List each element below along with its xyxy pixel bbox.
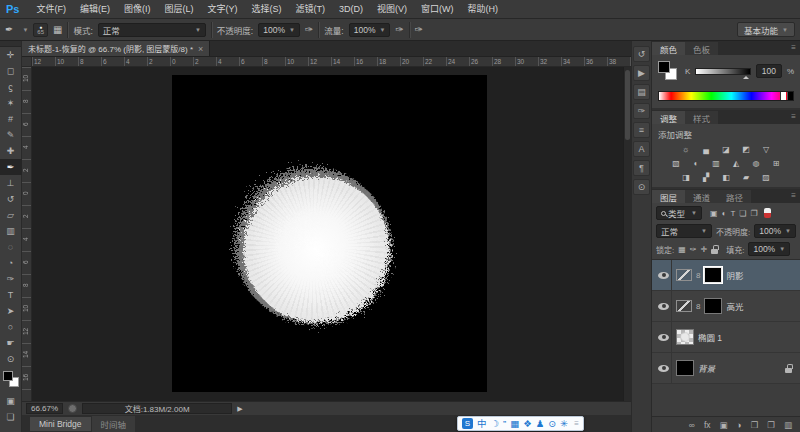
vertical-scrollbar[interactable]	[623, 67, 631, 401]
foreground-color-swatch[interactable]	[658, 61, 670, 73]
menu-item[interactable]: 图像(I)	[117, 0, 158, 19]
visibility-toggle[interactable]	[656, 353, 672, 383]
brightness-contrast-icon[interactable]: ☼	[678, 143, 694, 155]
clone-source-panel-icon[interactable]: ⊙	[633, 179, 650, 195]
color-swatch-pair[interactable]	[658, 61, 680, 81]
menu-item[interactable]: 滤镜(T)	[288, 0, 332, 19]
tab-swatches[interactable]: 色板	[685, 42, 718, 55]
layer-mask-thumbnail[interactable]	[704, 298, 722, 314]
tab-timeline[interactable]: 时间轴	[92, 416, 136, 432]
ime-punct-toggle-icon[interactable]: ”	[503, 419, 506, 429]
layer-opacity-select[interactable]: 100% ▼	[754, 224, 796, 238]
visibility-toggle[interactable]	[656, 322, 672, 352]
layer-name[interactable]: 背景	[698, 362, 715, 374]
filter-pixel-layers-icon[interactable]: ▣	[710, 209, 718, 218]
color-lookup-icon[interactable]: ⊞	[768, 157, 784, 169]
character-panel-icon[interactable]: A	[633, 141, 650, 157]
pressure-size-toggle-icon[interactable]: ✑	[415, 24, 423, 35]
zoom-tool[interactable]: ⊙	[0, 351, 22, 367]
properties-panel-icon[interactable]: ≡	[633, 122, 650, 138]
ime-search-icon[interactable]: ⊙	[548, 419, 556, 429]
posterize-icon[interactable]: ▞	[698, 171, 714, 183]
new-layer-icon[interactable]: ❐	[767, 420, 775, 430]
filter-type-layers-icon[interactable]: T	[730, 209, 735, 218]
lock-position-icon[interactable]: ✛	[701, 245, 708, 254]
new-adjustment-layer-icon[interactable]: ◑	[737, 420, 742, 430]
channel-mixer-icon[interactable]: ◍	[748, 157, 764, 169]
white-swatch[interactable]	[780, 92, 786, 100]
layer-thumbnail[interactable]	[676, 360, 694, 376]
lock-all-icon[interactable]	[711, 245, 718, 254]
lock-transparent-icon[interactable]: ▦	[678, 245, 686, 254]
invert-icon[interactable]: ◨	[678, 171, 694, 183]
shape-tool[interactable]: ○	[0, 319, 22, 335]
menu-item[interactable]: 文字(Y)	[200, 0, 244, 19]
brush-preset-picker[interactable]: ● 65	[33, 23, 48, 37]
menu-item[interactable]: 窗口(W)	[414, 0, 461, 19]
toggle-brush-panel-icon[interactable]: ▦	[53, 24, 62, 35]
gradient-tool[interactable]: ▥	[0, 223, 22, 239]
layer-effects-icon[interactable]: fx	[704, 420, 711, 430]
styles-panel-icon[interactable]: ▤	[633, 84, 650, 100]
hue-saturation-icon[interactable]: ▧	[668, 157, 684, 169]
delete-layer-icon[interactable]: ▥	[784, 420, 792, 430]
layer-thumbnail[interactable]	[676, 329, 694, 345]
color-swatches[interactable]	[0, 369, 22, 391]
color-balance-icon[interactable]: ◐	[688, 157, 704, 169]
pressure-opacity-toggle-icon[interactable]: ✑	[305, 24, 313, 35]
ime-logo-icon[interactable]: S	[462, 418, 473, 429]
brush-panel-icon[interactable]: ✑	[633, 103, 650, 119]
history-panel-icon[interactable]: ↺	[633, 46, 650, 62]
lock-pixels-icon[interactable]: ✑	[690, 245, 697, 254]
blur-tool[interactable]: ◌	[0, 239, 22, 255]
move-tool[interactable]: ✛	[0, 47, 22, 63]
new-group-icon[interactable]: ❒	[751, 420, 759, 430]
ime-settings-icon[interactable]: ✳	[560, 419, 568, 429]
panel-menu-icon[interactable]: ≡	[791, 43, 796, 52]
menu-item[interactable]: 图层(L)	[157, 0, 200, 19]
quick-mask-button[interactable]: ▣	[0, 393, 22, 409]
ime-user-icon[interactable]: ♟	[536, 419, 545, 429]
layer-blend-mode-select[interactable]: 正常 ▼	[656, 224, 712, 238]
filter-adjustment-layers-icon[interactable]: ◐	[722, 209, 727, 218]
threshold-icon[interactable]: ◧	[718, 171, 734, 183]
dodge-tool[interactable]: ◔	[0, 255, 22, 271]
hand-tool[interactable]: ☛	[0, 335, 22, 351]
history-brush-tool[interactable]: ↺	[0, 191, 22, 207]
layer-filter-type-select[interactable]: 类型 ▼	[656, 206, 702, 220]
zoom-level-field[interactable]: 66.67%	[26, 403, 63, 414]
close-icon[interactable]: ×	[198, 44, 203, 54]
ime-skin-icon[interactable]: ❖	[523, 419, 532, 429]
tab-styles[interactable]: 样式	[685, 111, 718, 124]
k-value-field[interactable]: 100	[756, 64, 782, 78]
type-tool[interactable]: T	[0, 287, 22, 303]
color-spectrum-ramp[interactable]	[658, 91, 794, 101]
levels-icon[interactable]: ▄	[698, 143, 714, 155]
menu-item[interactable]: 帮助(H)	[460, 0, 505, 19]
eraser-tool[interactable]: ▱	[0, 207, 22, 223]
tab-channels[interactable]: 通道	[685, 190, 718, 203]
layer-fill-select[interactable]: 100% ▼	[748, 242, 790, 256]
ime-width-toggle-icon[interactable]: ☽	[491, 419, 500, 429]
ime-keyboard-icon[interactable]: ▦	[510, 419, 519, 429]
panel-menu-icon[interactable]: ≡	[791, 112, 796, 121]
layer-name[interactable]: 椭圆 1	[698, 331, 722, 343]
photo-filter-icon[interactable]: ◭	[728, 157, 744, 169]
path-select-tool[interactable]: ➤	[0, 303, 22, 319]
adjustment-layer-icon[interactable]	[676, 300, 692, 312]
foreground-color-swatch[interactable]	[3, 371, 13, 381]
adjustment-layer-icon[interactable]	[676, 269, 692, 281]
layer-row-ellipse[interactable]: 椭圆 1	[652, 322, 800, 353]
pen-tool[interactable]: ✑	[0, 271, 22, 287]
visibility-toggle[interactable]	[656, 291, 672, 321]
k-channel-slider[interactable]	[695, 68, 751, 75]
menu-item[interactable]: 编辑(E)	[73, 0, 117, 19]
status-expand-arrow-icon[interactable]: ▶	[237, 405, 242, 413]
layer-row-highlight[interactable]: 8 高光	[652, 291, 800, 322]
menu-item[interactable]: 3D(D)	[332, 0, 370, 19]
brush-tool-icon[interactable]: ✒	[5, 24, 13, 35]
magic-wand-tool[interactable]: ✶	[0, 95, 22, 111]
marquee-tool[interactable]: ◻	[0, 63, 22, 79]
opacity-select[interactable]: 100% ▼	[258, 23, 300, 37]
tab-color[interactable]: 颜色	[652, 42, 685, 55]
